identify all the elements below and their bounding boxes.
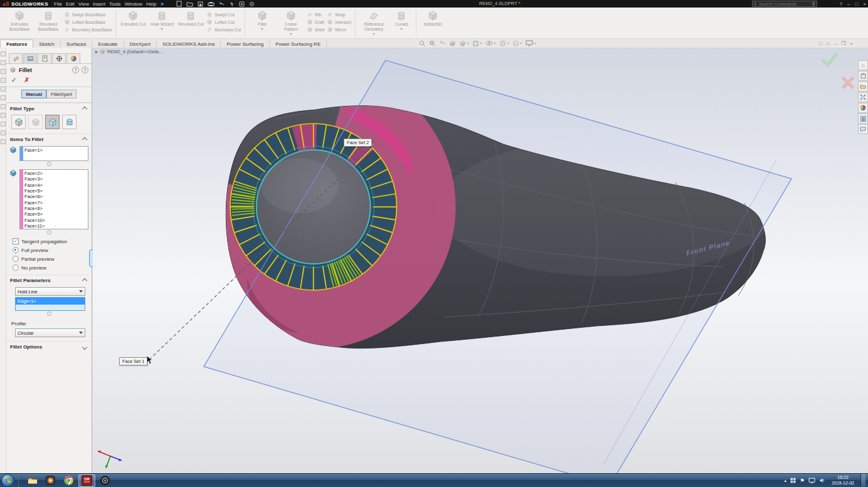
revolved-cut-button[interactable]: Revolved Cut: [177, 9, 204, 27]
doc-minimize-icon[interactable]: –: [834, 41, 837, 46]
draft-button[interactable]: Draft: [307, 19, 324, 25]
tab-solidworks-add-ins[interactable]: SOLIDWORKS Add-Ins: [157, 40, 221, 48]
face-set2-item[interactable]: Face<11>: [24, 223, 87, 229]
cascade-window-icon[interactable]: □: [827, 41, 830, 46]
intersect-button[interactable]: Intersect: [327, 19, 351, 25]
taskbar-clock[interactable]: 16:22 2015-12-02: [829, 475, 857, 486]
lofted-boss-base-button[interactable]: Lofted Boss/Base: [64, 19, 112, 25]
tray-expand-icon[interactable]: ▴: [785, 478, 787, 483]
view-settings-icon[interactable]: [526, 40, 536, 47]
hold-line-edge-list[interactable]: Edge<1>: [15, 297, 85, 311]
appearances-icon[interactable]: [858, 103, 868, 113]
strip-icon[interactable]: [1, 113, 6, 118]
face-set2-item[interactable]: Face<10>: [24, 217, 87, 223]
selection-box-resize-handle[interactable]: [47, 312, 51, 316]
doc-close-icon[interactable]: ×: [850, 41, 853, 46]
curves-button[interactable]: Curves: [391, 9, 412, 30]
new-document-icon[interactable]: [176, 1, 182, 7]
3d-scene[interactable]: Front Plane: [93, 48, 868, 473]
wrap-button[interactable]: Wrap: [327, 11, 351, 18]
solidworks-taskbar-button[interactable]: SW2016: [78, 474, 95, 487]
partial-preview-radio[interactable]: [13, 256, 19, 262]
strip-icon[interactable]: [1, 69, 6, 74]
confirm-cancel-corner[interactable]: [842, 76, 854, 92]
menu-tools[interactable]: Tools: [107, 1, 123, 7]
chrome-taskbar-button[interactable]: [60, 474, 77, 487]
filletxpert-mode-button[interactable]: FilletXpert: [46, 90, 77, 98]
apply-scene-icon[interactable]: [512, 40, 522, 47]
comments-icon[interactable]: [858, 124, 868, 134]
face-fillet-button[interactable]: [45, 115, 60, 129]
menu-file[interactable]: File: [52, 1, 64, 7]
volume-icon[interactable]: [819, 478, 825, 483]
design-binder-icon[interactable]: [858, 71, 868, 81]
confirm-ok-corner[interactable]: [822, 53, 838, 70]
tangent-propagation-checkbox[interactable]: ✓: [13, 238, 19, 244]
configuration-manager-tab-icon[interactable]: [38, 53, 51, 63]
search-icon[interactable]: ⚲: [812, 1, 815, 7]
face-set1-item[interactable]: Face<1>: [24, 147, 87, 153]
face-set2-item[interactable]: Face<7>: [24, 200, 87, 206]
selection-box-resize-handle[interactable]: [47, 162, 51, 166]
menu-help[interactable]: Help: [144, 1, 158, 7]
expand-tree-icon[interactable]: ▸: [95, 49, 98, 55]
extruded-boss-base-button[interactable]: Extruded Boss/Base: [6, 9, 33, 32]
swept-cut-button[interactable]: Swept Cut: [206, 11, 241, 18]
fillet-parameters-section-header[interactable]: Fillet Parameters: [6, 275, 92, 285]
linear-pattern-button[interactable]: Linear Pattern: [278, 9, 304, 35]
action-center-icon[interactable]: [790, 478, 796, 483]
rebuild-icon[interactable]: [239, 1, 245, 7]
media-player-taskbar-button[interactable]: [42, 474, 59, 487]
zoom-to-fit-icon[interactable]: [419, 40, 426, 47]
hole-wizard-dropdown-icon[interactable]: [161, 28, 163, 30]
doc-restore-icon[interactable]: ❐: [841, 41, 845, 46]
open-document-icon[interactable]: [186, 1, 193, 7]
pin-menu-icon[interactable]: ➤: [159, 1, 167, 7]
face-set2-item[interactable]: Face<9>: [24, 211, 87, 217]
edit-appearance-icon[interactable]: [499, 40, 509, 47]
show-desktop-button[interactable]: [860, 474, 865, 487]
feature-manager-tab-icon[interactable]: [9, 53, 23, 63]
help-button[interactable]: ?: [840, 1, 842, 7]
full-round-fillet-button[interactable]: [62, 115, 77, 129]
face-set2-item[interactable]: Face<6>: [24, 194, 87, 199]
strip-icon[interactable]: [1, 95, 6, 100]
swept-boss-base-button[interactable]: Swept Boss/Base: [64, 11, 112, 18]
file-explorer-taskbar-button[interactable]: [24, 474, 41, 487]
instant3d-button[interactable]: Instant3D: [420, 9, 445, 27]
face-set2-item[interactable]: Face<3>: [24, 176, 87, 182]
curves-dropdown-icon[interactable]: [400, 28, 403, 30]
help-icon[interactable]: ?: [82, 66, 88, 73]
dimxpert-manager-tab-icon[interactable]: [52, 53, 66, 63]
ok-button[interactable]: ✓: [11, 76, 16, 83]
strip-icon[interactable]: [1, 86, 6, 92]
tab-surfaces[interactable]: Surfaces: [61, 40, 93, 48]
hold-line-dropdown[interactable]: Hold Line: [15, 287, 85, 296]
zoom-fit-arrows-icon[interactable]: [858, 92, 868, 102]
tab-power-surfacing-re[interactable]: Power Surfacing RE: [270, 40, 327, 48]
start-button[interactable]: [1, 474, 14, 487]
tab-features[interactable]: Features: [0, 39, 33, 48]
menu-edit[interactable]: Edit: [64, 1, 77, 7]
edge-item-selected[interactable]: Edge<1>: [16, 298, 85, 305]
constant-size-fillet-button[interactable]: [11, 115, 26, 129]
save-icon[interactable]: [198, 1, 203, 7]
graphics-viewport[interactable]: Front Plane ▸ REM2_4 (Default<<Defa... ⌂: [93, 48, 868, 473]
face-set2-item[interactable]: Face<8>: [24, 206, 87, 211]
mirror-button[interactable]: Mirror: [327, 26, 351, 33]
zoom-to-area-icon[interactable]: [429, 40, 436, 47]
face-set1-selection-box[interactable]: Face<1>: [19, 146, 88, 161]
tab-power-surfacing[interactable]: Power Surfacing: [221, 40, 270, 48]
selection-box-resize-handle[interactable]: [47, 230, 51, 234]
flyout-feature-tree[interactable]: ▸ REM2_4 (Default<<Defa...: [95, 49, 162, 55]
tab-sketch[interactable]: Sketch: [33, 40, 60, 48]
boundary-cut-button[interactable]: Boundary Cut: [206, 26, 241, 33]
face-set2-item[interactable]: Face<5>: [24, 188, 87, 194]
strip-icon[interactable]: [1, 78, 6, 83]
fillet-dropdown-icon[interactable]: [261, 28, 263, 30]
previous-view-icon[interactable]: [439, 40, 446, 46]
boundary-boss-base-button[interactable]: Boundary Boss/Base: [64, 26, 112, 33]
lofted-cut-button[interactable]: Lofted Cut: [206, 19, 241, 25]
fillet-button[interactable]: Fillet: [249, 9, 275, 30]
property-manager-tab-icon[interactable]: [23, 53, 37, 63]
